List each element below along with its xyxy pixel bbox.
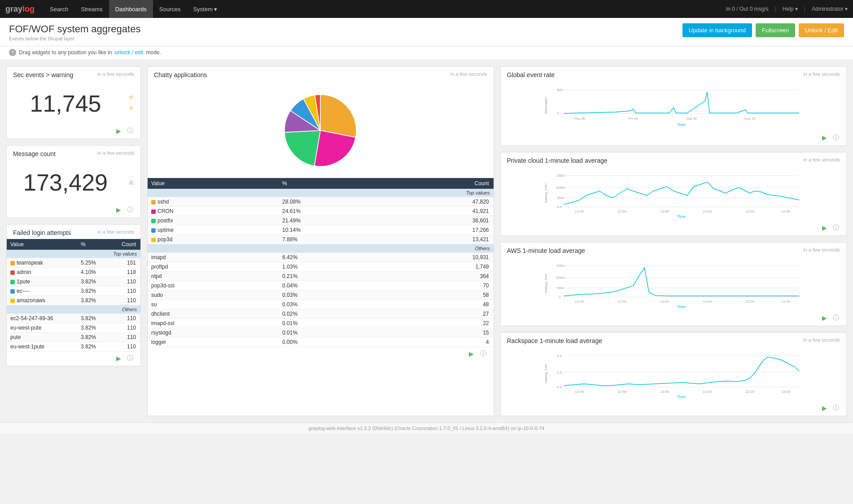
chatty-apps-info-button[interactable]: ⓘ <box>479 350 487 358</box>
chatty-apps-play-button[interactable]: ▶ <box>468 350 476 358</box>
trend-arrows: ▿ ▿ <box>129 92 133 113</box>
nav-dashboards[interactable]: Dashboards <box>109 0 153 18</box>
nav-links: Search Streams Dashboards Sources System… <box>44 0 223 18</box>
failed-logins-table: Value % Count Top valuesteamspeak5.25%15… <box>7 239 140 352</box>
svg-text:13:10: 13:10 <box>703 300 712 304</box>
navbar: graylog Search Streams Dashboards Source… <box>0 0 853 18</box>
aws-load-play-button[interactable]: ▶ <box>820 314 828 322</box>
unlock-edit-button[interactable]: Unlock / Edit <box>799 23 844 37</box>
nav-sources[interactable]: Sources <box>153 0 187 18</box>
failed-logins-table-container[interactable]: Value % Count Top valuesteamspeak5.25%15… <box>7 239 140 352</box>
svg-text:Time: Time <box>677 122 686 127</box>
msg-trend-arrows: ▵ <box>129 177 133 187</box>
svg-text:Fri 29: Fri 29 <box>629 117 638 121</box>
svg-text:0: 0 <box>559 295 561 299</box>
pie-slice <box>320 95 356 137</box>
failed-logins-info-button[interactable]: ⓘ <box>126 354 134 362</box>
private-cloud-widget: Private cloud 1-minute load average in a… <box>500 152 847 236</box>
svg-text:2.0: 2.0 <box>557 354 562 358</box>
sec-events-widget: Sec events > warning in a few seconds 11… <box>6 66 141 139</box>
table-row: pute3.82%110 <box>7 333 140 342</box>
chatty-col-pct: % <box>279 178 388 189</box>
svg-text:1.0: 1.0 <box>557 370 562 374</box>
failed-logins-widget: Failed login attempts in a few seconds V… <box>6 224 141 366</box>
table-row: logger0.00%4 <box>148 338 494 347</box>
private-cloud-play-button[interactable]: ▶ <box>820 224 828 232</box>
table-row: eu-west-pute3.82%110 <box>7 323 140 333</box>
svg-text:Time: Time <box>677 304 686 308</box>
svg-text:12:40: 12:40 <box>575 390 584 394</box>
private-cloud-time: in a few seconds <box>803 157 840 162</box>
svg-text:Thu 28: Thu 28 <box>573 117 585 121</box>
chatty-apps-header: Chatty applications in a few seconds <box>148 67 494 81</box>
fullscreen-button[interactable]: Fullscreen <box>756 23 795 37</box>
svg-text:13:20: 13:20 <box>745 390 755 394</box>
failed-logins-time: in a few seconds <box>97 229 134 235</box>
sec-events-info-button[interactable]: ⓘ <box>126 127 134 135</box>
in-out-stats: In 0 / Out 0 msg/s <box>726 6 769 12</box>
sec-events-play-button[interactable]: ▶ <box>114 127 122 135</box>
help-menu[interactable]: Help ▾ <box>783 6 798 12</box>
nav-streams[interactable]: Streams <box>74 0 109 18</box>
global-event-rate-time: in a few seconds <box>803 71 840 77</box>
message-count-value: 173,429 <box>13 165 118 199</box>
admin-menu[interactable]: Administrator ▾ <box>812 6 848 12</box>
aws-load-info-button[interactable]: ⓘ <box>832 314 840 322</box>
svg-text:loadavg_1min: loadavg_1min <box>544 364 548 383</box>
aws-load-time: in a few seconds <box>803 247 840 252</box>
unlock-edit-link[interactable]: unlock / edit <box>114 49 143 56</box>
sec-events-time: in a few seconds <box>97 71 134 77</box>
chatty-col-value: Value <box>148 178 279 189</box>
rackspace-load-info-button[interactable]: ⓘ <box>832 404 840 412</box>
table-row: imapd6.42%10,931 <box>148 253 494 262</box>
failed-logins-header: Failed login attempts in a few seconds <box>7 225 140 239</box>
aws-load-footer: ▶ ⓘ <box>501 311 847 326</box>
nav-search[interactable]: Search <box>44 0 74 18</box>
logo-gray: gray <box>5 4 22 14</box>
info-text: Drag widgets to any position you like in <box>19 49 112 56</box>
message-count-time: in a few seconds <box>97 150 134 156</box>
table-row: sudo0.03%58 <box>148 291 494 300</box>
svg-text:Time: Time <box>677 214 686 218</box>
failed-logins-play-button[interactable]: ▶ <box>114 354 122 362</box>
rackspace-load-chart: loadavg_1min 2.0 1.0 0.0 12:40 12:50 13:… <box>501 347 847 401</box>
page-subtitle: Events below the Drupal layer <box>9 36 140 41</box>
message-count-info-button[interactable]: ⓘ <box>126 206 134 214</box>
pie-chart-svg <box>276 86 365 175</box>
svg-text:Time: Time <box>677 395 686 398</box>
aws-load-header: AWS 1-minute load average in a few secon… <box>501 243 847 257</box>
footer-bar: graylog-web-interface v1.3.3 (0fde9dc) (… <box>0 422 853 434</box>
global-event-rate-play-button[interactable]: ▶ <box>820 134 828 142</box>
help-icon: ? <box>9 49 16 56</box>
global-event-rate-chart: Messages 500 0 Thu 28 Fri 29 Sat 30 Sun … <box>501 81 847 131</box>
nav-right: In 0 / Out 0 msg/s | Help ▾ | Administra… <box>726 6 848 12</box>
chatty-col-count: Count <box>388 178 494 189</box>
trend-up-icon: ▵ <box>129 177 133 187</box>
private-cloud-info-button[interactable]: ⓘ <box>832 224 840 232</box>
global-event-rate-info-button[interactable]: ⓘ <box>832 134 840 142</box>
sec-events-header: Sec events > warning in a few seconds <box>7 67 140 81</box>
table-row: rsyslogd0.01%15 <box>148 328 494 338</box>
col-value: Value <box>7 239 77 250</box>
message-count-header: Message count in a few seconds <box>7 146 140 160</box>
svg-text:13:00: 13:00 <box>660 300 669 304</box>
chatty-apps-table: Value % Count Top valuessshd28.08%47,820… <box>148 178 494 347</box>
svg-text:13:00: 13:00 <box>660 209 669 213</box>
table-row: uptime10.14%17,266 <box>148 226 494 235</box>
message-count-play-button[interactable]: ▶ <box>114 206 122 214</box>
aws-load-chart: loadavg_1min 150m 100m 50m 0 12:40 12:50… <box>501 257 847 311</box>
page-header: FOF/WOF system aggregates Events below t… <box>0 18 853 46</box>
chatty-apps-pie <box>148 81 494 178</box>
left-column: Sec events > warning in a few seconds 11… <box>6 66 141 416</box>
svg-text:13:10: 13:10 <box>703 209 712 213</box>
svg-text:13:00: 13:00 <box>660 390 669 394</box>
logo-log: log <box>22 4 35 14</box>
rackspace-load-play-button[interactable]: ▶ <box>820 404 828 412</box>
update-background-button[interactable]: Update in background <box>682 23 752 37</box>
svg-text:13:10: 13:10 <box>703 390 712 394</box>
aws-load-widget: AWS 1-minute load average in a few secon… <box>500 242 847 326</box>
aws-load-title: AWS 1-minute load average <box>507 247 586 254</box>
nav-system[interactable]: System ▾ <box>187 0 223 18</box>
private-cloud-header: Private cloud 1-minute load average in a… <box>501 152 847 167</box>
page-actions: Update in background Fullscreen Unlock /… <box>682 23 844 37</box>
